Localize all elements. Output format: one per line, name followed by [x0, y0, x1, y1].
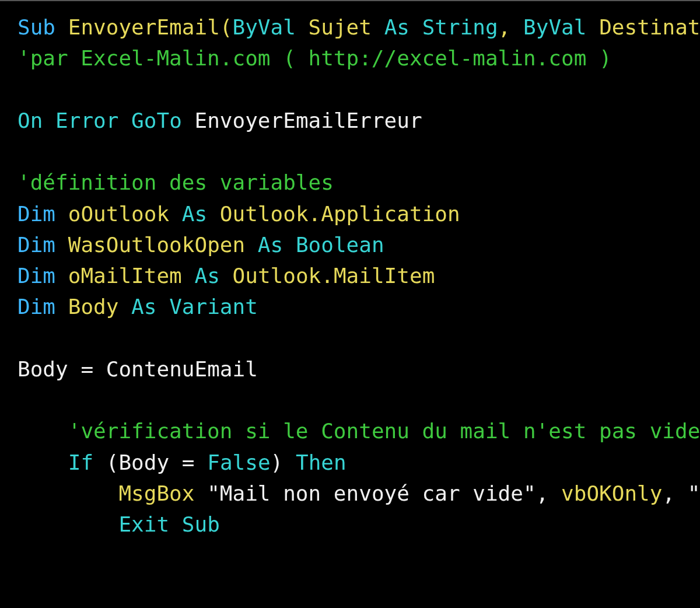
- code-line: Exit Sub: [18, 512, 220, 536]
- comma: ,: [662, 481, 675, 505]
- keyword-dim: Dim: [18, 233, 55, 257]
- code-line: Dim oOutlook As Outlook.Application: [18, 202, 460, 226]
- string-literal: "Mail non envoyé car vide": [207, 481, 536, 505]
- keyword-as: As: [194, 264, 219, 288]
- keyword-dim: Dim: [18, 264, 55, 288]
- code-line: If (Body = False) Then: [18, 450, 346, 474]
- param-name: Destinataire: [599, 15, 700, 39]
- code-line: 'vérification si le Contenu du mail n'es…: [18, 419, 700, 443]
- keyword-error: Error: [55, 109, 118, 132]
- keyword-goto: GoTo: [131, 109, 182, 132]
- type-name: Outlook.Application: [220, 202, 460, 226]
- paren: (: [106, 450, 119, 474]
- keyword-dim: Dim: [18, 295, 55, 319]
- keyword-sub: Sub: [182, 512, 220, 536]
- keyword-byval: ByVal: [523, 15, 586, 39]
- function-msgbox: MsgBox: [118, 481, 194, 505]
- code-line: Dim oMailItem As Outlook.MailItem: [18, 264, 435, 288]
- keyword-dim: Dim: [18, 202, 55, 226]
- code-line: Dim Body As Variant: [18, 295, 258, 319]
- constant: vbOKOnly: [561, 481, 662, 505]
- comma: ,: [536, 481, 549, 505]
- keyword-as: As: [131, 295, 156, 319]
- type-name: Outlook.MailItem: [233, 264, 435, 288]
- type-string: String: [422, 15, 498, 39]
- keyword-as: As: [182, 202, 207, 226]
- keyword-sub: Sub: [18, 15, 55, 39]
- comment: 'par Excel-Malin.com ( http://excel-mali…: [18, 46, 612, 70]
- keyword-false: False: [207, 450, 270, 474]
- paren: ): [271, 450, 284, 474]
- code-line: MsgBox "Mail non envoyé car vide", vbOKO…: [18, 481, 700, 505]
- code-line: On Error GoTo EnvoyerEmailErreur: [18, 109, 422, 132]
- code-editor-view: Sub EnvoyerEmail(ByVal Sujet As String, …: [18, 12, 700, 540]
- code-line: 'définition des variables: [18, 170, 334, 194]
- var-name: Body: [18, 357, 68, 381]
- keyword-as: As: [384, 15, 410, 39]
- keyword-then: Then: [296, 450, 346, 474]
- keyword-if: If: [68, 450, 93, 474]
- keyword-on: On: [18, 109, 43, 132]
- code-line: 'par Excel-Malin.com ( http://excel-mali…: [18, 46, 612, 70]
- type-name: Boolean: [296, 233, 384, 257]
- label-name: EnvoyerEmailErreur: [195, 109, 422, 132]
- var-name: Body: [68, 295, 119, 319]
- param-name: Sujet: [309, 15, 372, 39]
- function-name: EnvoyerEmail: [68, 15, 220, 39]
- code-line: Body = ContenuEmail: [18, 357, 258, 381]
- code-line: Dim WasOutlookOpen As Boolean: [18, 233, 384, 257]
- comment: 'vérification si le Contenu du mail n'es…: [68, 419, 700, 443]
- var-name: Body: [118, 450, 169, 474]
- type-name: Variant: [169, 295, 258, 319]
- operator: =: [182, 450, 195, 474]
- code-line: Sub EnvoyerEmail(ByVal Sujet As String, …: [18, 15, 700, 39]
- var-name: oMailItem: [68, 264, 182, 288]
- keyword-exit: Exit: [118, 512, 169, 536]
- string-literal: "Mess: [688, 481, 700, 505]
- operator: =: [80, 357, 93, 381]
- paren: (: [220, 15, 233, 39]
- keyword-byval: ByVal: [233, 15, 296, 39]
- comment: 'définition des variables: [18, 170, 334, 194]
- comma: ,: [498, 15, 511, 39]
- var-name: oOutlook: [68, 202, 169, 226]
- value: ContenuEmail: [106, 357, 258, 381]
- var-name: WasOutlookOpen: [68, 233, 245, 257]
- keyword-as: As: [258, 233, 283, 257]
